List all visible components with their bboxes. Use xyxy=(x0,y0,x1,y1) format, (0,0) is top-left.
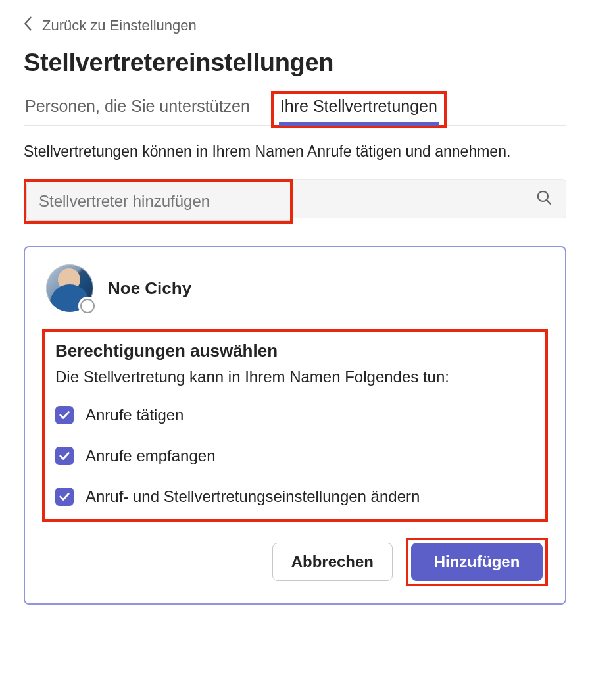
permission-change-settings[interactable]: Anruf- und Stellvertretungseinstellungen… xyxy=(55,488,535,506)
search-icon xyxy=(535,189,553,209)
highlight-box: Hinzufügen xyxy=(406,538,548,586)
tab-label: Personen, die Sie unterstützen xyxy=(25,97,250,115)
checkbox-checked-icon xyxy=(55,406,74,424)
permissions-description: Die Stellvertretung kann in Ihrem Namen … xyxy=(55,368,535,386)
avatar xyxy=(46,264,93,312)
svg-line-1 xyxy=(547,200,551,204)
cancel-button[interactable]: Abbrechen xyxy=(272,543,393,581)
card-actions: Abbrechen Hinzufügen xyxy=(42,538,548,586)
delegate-card: Noe Cichy Berechtigungen auswählen Die S… xyxy=(24,246,566,605)
presence-offline-icon xyxy=(80,299,95,313)
button-label: Hinzufügen xyxy=(434,553,520,571)
back-to-settings-link[interactable]: Zurück zu Einstellungen xyxy=(24,13,197,42)
add-delegate-input[interactable] xyxy=(27,192,290,211)
permission-label: Anruf- und Stellvertretungseinstellungen… xyxy=(86,488,420,506)
checkbox-checked-icon xyxy=(55,447,74,465)
person-name: Noe Cichy xyxy=(108,278,191,299)
tab-people-you-support[interactable]: Personen, die Sie unterstützen xyxy=(24,94,251,125)
add-delegate-search[interactable] xyxy=(26,182,290,221)
delegate-settings-page: Zurück zu Einstellungen Stellvertreterei… xyxy=(0,0,590,628)
section-description: Stellvertretungen können in Ihrem Namen … xyxy=(24,143,566,161)
chevron-left-icon xyxy=(24,16,33,36)
tab-label: Ihre Stellvertretungen xyxy=(280,97,437,115)
tabs: Personen, die Sie unterstützen Ihre Stel… xyxy=(24,91,566,126)
back-link-label: Zurück zu Einstellungen xyxy=(42,17,197,34)
permission-label: Anrufe empfangen xyxy=(86,447,215,465)
highlight-box xyxy=(24,179,293,224)
permission-label: Anrufe tätigen xyxy=(86,406,184,424)
page-title: Stellvertretereinstellungen xyxy=(24,49,566,77)
permissions-title: Berechtigungen auswählen xyxy=(55,341,535,361)
search-row xyxy=(24,179,566,224)
permission-receive-calls[interactable]: Anrufe empfangen xyxy=(55,447,535,465)
permission-make-calls[interactable]: Anrufe tätigen xyxy=(55,406,535,424)
permissions-list: Anrufe tätigen Anrufe empfangen Anruf- u… xyxy=(55,406,535,506)
person-row: Noe Cichy xyxy=(42,264,548,312)
add-button[interactable]: Hinzufügen xyxy=(411,543,543,581)
tab-your-delegates[interactable]: Ihre Stellvertretungen xyxy=(279,94,439,125)
button-label: Abbrechen xyxy=(291,553,374,571)
search-box-right[interactable] xyxy=(293,179,566,218)
highlight-box: Berechtigungen auswählen Die Stellvertre… xyxy=(42,329,548,522)
highlight-box: Ihre Stellvertretungen xyxy=(271,91,447,128)
checkbox-checked-icon xyxy=(55,488,74,506)
